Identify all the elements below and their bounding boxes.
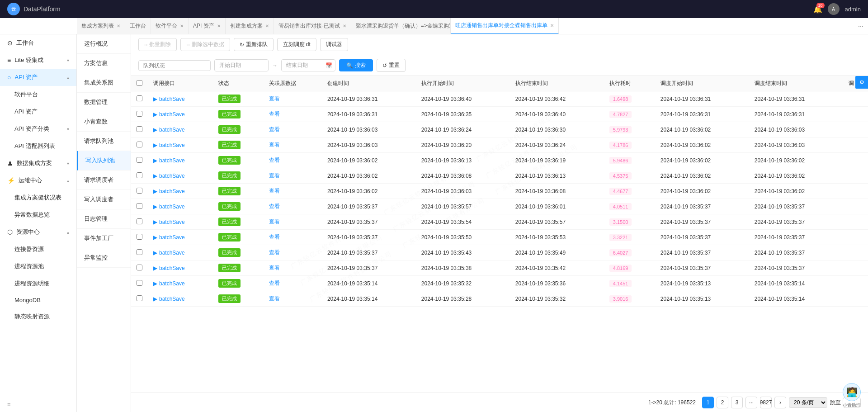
page-btn-3[interactable]: 3: [731, 397, 743, 408]
tab-api-assets[interactable]: API 资产 ✕: [189, 18, 226, 34]
related-link-12[interactable]: 查看: [269, 280, 280, 286]
row-checkbox-2[interactable]: [137, 126, 142, 132]
interface-link-0[interactable]: ▶ batchSave: [153, 96, 208, 102]
related-link-2[interactable]: 查看: [269, 126, 280, 133]
related-link-13[interactable]: 查看: [269, 295, 280, 302]
row-checkbox-13[interactable]: [137, 295, 142, 301]
chat-assistant[interactable]: 🧑‍💻 小青助理: [843, 383, 861, 408]
tab-software-close[interactable]: ✕: [180, 24, 184, 28]
sidebar-api-asset-item[interactable]: API 资产: [0, 103, 76, 120]
start-date-picker[interactable]: 开始日期: [214, 59, 269, 71]
related-link-5[interactable]: 查看: [269, 172, 280, 179]
page-btn-last[interactable]: 9827: [760, 397, 772, 408]
page-next-btn[interactable]: ›: [774, 397, 786, 408]
left-nav-integration-diagram[interactable]: 集成关系图: [77, 73, 131, 93]
reset-button[interactable]: ↺ 重置: [377, 59, 406, 72]
sidebar-api-classification[interactable]: API 资产分类 ▾: [0, 120, 76, 137]
settings-button[interactable]: ⚙: [855, 76, 868, 89]
schedule-dt-button[interactable]: 立刻调度 dt: [277, 38, 316, 51]
interface-link-12[interactable]: ▶ batchSave: [153, 280, 208, 287]
end-date-picker[interactable]: 结束日期 📅: [281, 59, 335, 71]
row-checkbox-6[interactable]: [137, 188, 142, 194]
re-sort-button[interactable]: ↻ 重新排队: [234, 38, 274, 51]
left-nav-request-scheduler[interactable]: 请求调度者: [77, 170, 131, 190]
sidebar-mongodb[interactable]: MongoDB: [0, 292, 76, 308]
notification-bell[interactable]: 🔔 10: [813, 5, 822, 14]
delete-selected-button[interactable]: ○ 删除选中数据: [180, 38, 230, 51]
row-checkbox-3[interactable]: [137, 142, 142, 147]
sidebar-anomaly-data[interactable]: 异常数据总览: [0, 206, 76, 223]
batch-delete-button[interactable]: ○ 批量删除: [138, 38, 177, 51]
sidebar-item-workbench[interactable]: ⊙ 工作台: [0, 34, 76, 52]
sidebar-item-api-assets[interactable]: ○ API 资产 ▴: [0, 69, 76, 86]
related-link-3[interactable]: 查看: [269, 142, 280, 148]
interface-link-11[interactable]: ▶ batchSave: [153, 265, 208, 271]
left-nav-log-management[interactable]: 日志管理: [77, 209, 131, 229]
page-btn-1[interactable]: 1: [702, 397, 714, 408]
sidebar-item-resource-center[interactable]: ⬡ 资源中心 ▴: [0, 223, 76, 241]
page-btn-2[interactable]: 2: [717, 397, 728, 408]
sidebar-item-lite[interactable]: ≡ Lite 轻集成 ▾: [0, 52, 76, 69]
related-link-7[interactable]: 查看: [269, 203, 280, 209]
sidebar-health-status[interactable]: 集成方案健状况表: [0, 189, 76, 206]
tab-create-integration-close[interactable]: ✕: [265, 24, 269, 28]
page-size-select[interactable]: 20 条/页 50 条/页 100 条/页: [789, 397, 827, 408]
row-checkbox-0[interactable]: [137, 95, 142, 101]
row-checkbox-11[interactable]: [137, 265, 142, 270]
row-checkbox-1[interactable]: [137, 111, 142, 117]
row-checkbox-10[interactable]: [137, 249, 142, 255]
left-nav-anomaly-monitor[interactable]: 异常监控: [77, 248, 131, 268]
related-link-11[interactable]: 查看: [269, 265, 280, 271]
left-nav-data-management[interactable]: 数据管理: [77, 93, 131, 112]
tab-jushui[interactable]: 聚水潭采购退货单（确认）=>金蝶采购退货单 ✕: [351, 18, 451, 34]
interface-link-1[interactable]: ▶ batchSave: [153, 111, 208, 118]
tab-wangdian-close[interactable]: ✕: [550, 23, 554, 28]
left-nav-write-queue[interactable]: 写入队列池: [77, 151, 131, 170]
row-checkbox-7[interactable]: [137, 203, 142, 209]
tab-create-integration[interactable]: 创建集成方案 ✕: [226, 18, 274, 34]
sidebar-connector[interactable]: 连接器资源: [0, 241, 76, 258]
sidebar-software-platform[interactable]: 软件平台: [0, 86, 76, 103]
interface-link-3[interactable]: ▶ batchSave: [153, 142, 208, 148]
interface-link-8[interactable]: ▶ batchSave: [153, 219, 208, 225]
sidebar-process-pool[interactable]: 进程资源池: [0, 258, 76, 275]
interface-link-13[interactable]: ▶ batchSave: [153, 296, 208, 302]
related-link-0[interactable]: 查看: [269, 95, 280, 102]
row-checkbox-9[interactable]: [137, 234, 142, 240]
tab-manage-sales-close[interactable]: ✕: [343, 24, 346, 28]
sidebar-static-mapping[interactable]: 静态映射资源: [0, 308, 76, 325]
sidebar-bottom-menu[interactable]: ≡: [0, 396, 76, 412]
tab-more-button[interactable]: ⋯: [854, 23, 868, 29]
related-link-6[interactable]: 查看: [269, 188, 280, 194]
sidebar-process-detail[interactable]: 进程资源明细: [0, 275, 76, 292]
tab-workbench[interactable]: 工作台: [125, 18, 151, 34]
interface-link-4[interactable]: ▶ batchSave: [153, 157, 208, 164]
row-checkbox-12[interactable]: [137, 280, 142, 286]
row-checkbox-4[interactable]: [137, 157, 142, 163]
tab-integration-list[interactable]: 集成方案列表 ✕: [77, 18, 125, 34]
status-filter-input[interactable]: [138, 60, 211, 71]
select-all-checkbox[interactable]: [137, 80, 142, 86]
interface-link-6[interactable]: ▶ batchSave: [153, 188, 208, 194]
interface-link-10[interactable]: ▶ batchSave: [153, 250, 208, 256]
left-nav-request-queue[interactable]: 请求队列池: [77, 132, 131, 151]
tab-integration-list-close[interactable]: ✕: [117, 24, 120, 28]
left-nav-event-factory[interactable]: 事件加工厂: [77, 229, 131, 248]
interface-link-5[interactable]: ▶ batchSave: [153, 173, 208, 179]
interface-link-9[interactable]: ▶ batchSave: [153, 234, 208, 241]
sidebar-item-data-integration[interactable]: ♟ 数据集成方案 ▾: [0, 155, 76, 172]
related-link-4[interactable]: 查看: [269, 157, 280, 163]
left-nav-run-overview[interactable]: 运行概况: [77, 34, 131, 54]
related-link-1[interactable]: 查看: [269, 111, 280, 117]
tab-api-assets-close[interactable]: ✕: [217, 24, 221, 28]
row-checkbox-5[interactable]: [137, 172, 142, 178]
sidebar-item-ops-center[interactable]: ⚡ 运维中心 ▴: [0, 172, 76, 189]
left-nav-plan-info[interactable]: 方案信息: [77, 54, 131, 73]
related-link-9[interactable]: 查看: [269, 234, 280, 240]
sidebar-api-adapter[interactable]: API 适配器列表: [0, 137, 76, 155]
debugger-button[interactable]: 调试器: [320, 38, 348, 51]
search-button[interactable]: 🔍 搜索: [339, 59, 373, 71]
interface-link-7[interactable]: ▶ batchSave: [153, 204, 208, 210]
row-checkbox-8[interactable]: [137, 218, 142, 224]
interface-link-2[interactable]: ▶ batchSave: [153, 127, 208, 133]
